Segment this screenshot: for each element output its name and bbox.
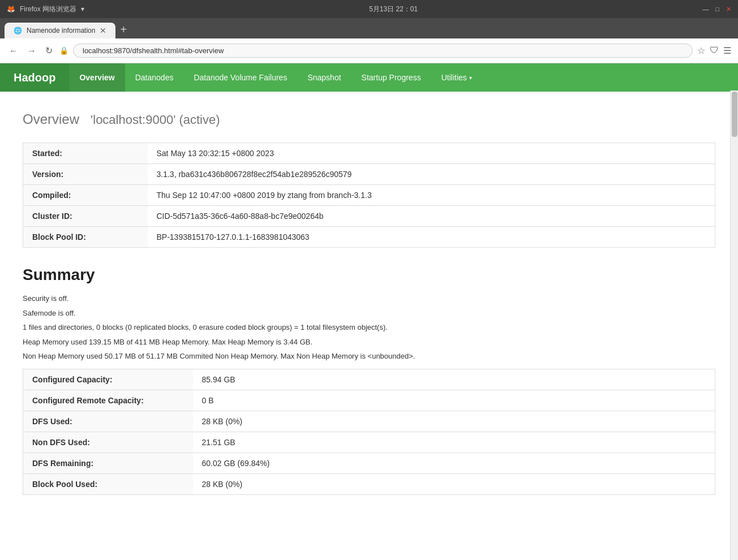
window-controls[interactable]: — □ ✕ (702, 6, 731, 13)
menu-icon[interactable]: ☰ (723, 45, 731, 56)
tab-title: Namenode information (27, 27, 95, 35)
configured-capacity-label: Configured Capacity: (23, 369, 193, 390)
lock-icon: 🔒 (59, 46, 68, 55)
cluster-id-label: Cluster ID: (23, 206, 148, 227)
nav-datanodes[interactable]: Datanodes (125, 63, 184, 92)
url-input[interactable] (73, 44, 693, 58)
table-row: Started: Sat May 13 20:32:15 +0800 2023 (23, 143, 715, 164)
table-row: DFS Remaining: 60.02 GB (69.84%) (23, 453, 715, 473)
table-row: Non DFS Used: 21.51 GB (23, 432, 715, 453)
started-value: Sat May 13 20:32:15 +0800 2023 (148, 143, 715, 164)
dfs-used-label: DFS Used: (23, 411, 193, 432)
summary-heap: Heap Memory used 139.15 MB of 411 MB Hea… (23, 337, 715, 348)
non-dfs-used-label: Non DFS Used: (23, 432, 193, 453)
configured-capacity-value: 85.94 GB (193, 369, 715, 390)
block-pool-id-value: BP-1393815170-127.0.1.1-1683981043063 (148, 227, 715, 248)
new-tab-button[interactable]: + (120, 23, 127, 38)
table-row: Compiled: Thu Sep 12 10:47:00 +0800 2019… (23, 185, 715, 206)
dfs-remaining-label: DFS Remaining: (23, 453, 193, 473)
nav-utilities[interactable]: Utilities ▾ (431, 63, 482, 92)
reload-button[interactable]: ↻ (43, 43, 55, 58)
address-bar: ← → ↻ 🔒 ☆ 🛡 ☰ (0, 38, 738, 63)
summary-files: 1 files and directories, 0 blocks (0 rep… (23, 322, 715, 333)
clock-label: 5月13日 22：01 (369, 5, 418, 13)
scrollbar-thumb[interactable] (732, 92, 737, 137)
browser-menu-icons: ☆ 🛡 ☰ (697, 45, 731, 56)
close-window-button[interactable]: ✕ (726, 6, 731, 13)
dfs-remaining-value: 60.02 GB (69.84%) (193, 453, 715, 473)
configured-remote-capacity-label: Configured Remote Capacity: (23, 390, 193, 411)
dfs-used-value: 28 KB (0%) (193, 411, 715, 432)
app-name-label: Firefox 网络浏览器 (20, 5, 76, 14)
back-button[interactable]: ← (7, 44, 20, 58)
page-content: Overview 'localhost:9000' (active) Start… (0, 92, 738, 509)
overview-info-table: Started: Sat May 13 20:32:15 +0800 2023 … (23, 143, 715, 248)
block-pool-used-label: Block Pool Used: (23, 473, 193, 494)
compiled-label: Compiled: (23, 185, 148, 206)
non-dfs-used-value: 21.51 GB (193, 432, 715, 453)
hadoop-brand: Hadoop (0, 63, 69, 92)
scrollbar[interactable] (730, 91, 738, 509)
configured-remote-capacity-value: 0 B (193, 390, 715, 411)
utilities-dropdown-arrow: ▾ (469, 75, 472, 81)
nav-startup-progress[interactable]: Startup Progress (351, 63, 431, 92)
table-row: Cluster ID: CID-5d571a35-36c6-4a60-88a8-… (23, 206, 715, 227)
nav-datanode-volume-failures[interactable]: Datanode Volume Failures (183, 63, 297, 92)
summary-table: Configured Capacity: 85.94 GB Configured… (23, 369, 715, 495)
forward-button[interactable]: → (25, 44, 38, 58)
table-row: Block Pool ID: BP-1393815170-127.0.1.1-1… (23, 227, 715, 248)
minimize-button[interactable]: — (702, 6, 709, 13)
active-tab[interactable]: 🌐 Namenode information ✕ (5, 23, 115, 38)
nav-items: Overview Datanodes Datanode Volume Failu… (69, 63, 482, 92)
firefox-icon: 🦊 (7, 5, 15, 13)
shield-icon[interactable]: 🛡 (710, 45, 719, 56)
overview-title-text: Overview (23, 111, 79, 127)
tab-bar: 🌐 Namenode information ✕ + (0, 18, 738, 38)
summary-nonheap: Non Heap Memory used 50.17 MB of 51.17 M… (23, 351, 715, 362)
table-row: Configured Remote Capacity: 0 B (23, 390, 715, 411)
nav-overview[interactable]: Overview (69, 63, 125, 92)
titlebar-center: 5月13日 22：01 (84, 5, 702, 14)
version-value: 3.1.3, rba631c436b806728f8ec2f54ab1e2895… (148, 164, 715, 185)
browser-app-name: 🦊 Firefox 网络浏览器 ▾ (7, 5, 84, 14)
overview-title: Overview 'localhost:9000' (active) (23, 105, 715, 129)
summary-title: Summary (23, 266, 715, 284)
maximize-button[interactable]: □ (715, 6, 719, 13)
nav-snapshot[interactable]: Snapshot (297, 63, 351, 92)
started-label: Started: (23, 143, 148, 164)
table-row: Configured Capacity: 85.94 GB (23, 369, 715, 390)
overview-subtitle: 'localhost:9000' (active) (91, 113, 220, 127)
bookmark-icon[interactable]: ☆ (697, 45, 705, 56)
tab-favicon: 🌐 (14, 27, 22, 35)
browser-titlebar: 🦊 Firefox 网络浏览器 ▾ 5月13日 22：01 — □ ✕ (0, 0, 738, 18)
table-row: Version: 3.1.3, rba631c436b806728f8ec2f5… (23, 164, 715, 185)
version-label: Version: (23, 164, 148, 185)
summary-security: Security is off. (23, 293, 715, 304)
utilities-label: Utilities (441, 73, 467, 82)
table-row: Block Pool Used: 28 KB (0%) (23, 473, 715, 494)
compiled-value: Thu Sep 12 10:47:00 +0800 2019 by ztang … (148, 185, 715, 206)
tab-close-button[interactable]: ✕ (100, 26, 106, 35)
cluster-id-value: CID-5d571a35-36c6-4a60-88a8-bc7e9e00264b (148, 206, 715, 227)
summary-safemode: Safemode is off. (23, 308, 715, 319)
block-pool-id-label: Block Pool ID: (23, 227, 148, 248)
block-pool-used-value: 28 KB (0%) (193, 473, 715, 494)
hadoop-navbar: Hadoop Overview Datanodes Datanode Volum… (0, 63, 738, 92)
table-row: DFS Used: 28 KB (0%) (23, 411, 715, 432)
